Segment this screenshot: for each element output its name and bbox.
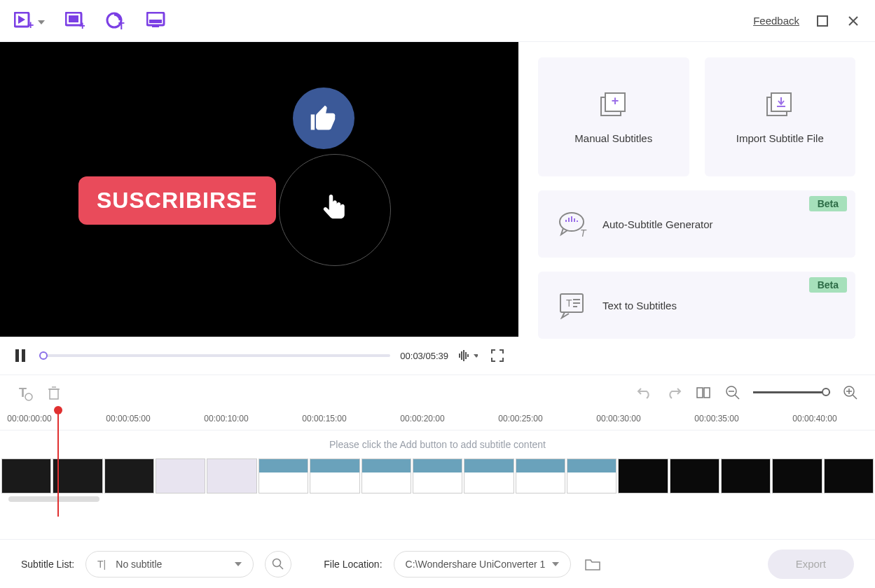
- thumb: [772, 458, 822, 493]
- close-button[interactable]: [846, 13, 861, 29]
- thumb: [207, 458, 256, 493]
- tick: 00:00:00:00: [7, 414, 51, 424]
- auto-subtitle-card[interactable]: Beta T Auto-Subtitle Generator: [538, 190, 855, 258]
- manual-subtitles-icon: +: [599, 90, 628, 120]
- import-subtitle-icon: [765, 90, 794, 120]
- svg-rect-32: [704, 388, 710, 398]
- manual-subtitles-card[interactable]: + Manual Subtitles: [538, 57, 689, 176]
- beta-badge-2: Beta: [809, 277, 847, 293]
- timeline-scrollbar[interactable]: [0, 493, 875, 507]
- svg-rect-12: [22, 349, 25, 362]
- manual-subtitles-label: Manual Subtitles: [574, 132, 652, 144]
- svg-text:+: +: [611, 94, 619, 108]
- text-style-button[interactable]: T: [15, 384, 34, 402]
- auto-subtitle-label: Auto-Subtitle Generator: [602, 218, 713, 230]
- subscribe-overlay: SUSCRIBIRSE: [78, 176, 276, 225]
- seek-thumb[interactable]: [39, 351, 48, 360]
- svg-line-42: [280, 566, 283, 569]
- export-button[interactable]: Export: [768, 550, 854, 579]
- add-media-button[interactable]: +: [14, 10, 35, 31]
- svg-text:T|: T|: [97, 559, 106, 570]
- video-track[interactable]: [0, 458, 875, 493]
- playhead[interactable]: [57, 412, 59, 517]
- timeline-ruler[interactable]: 00:00:00:00 00:00:05:00 00:00:10:00 00:0…: [0, 410, 875, 430]
- undo-button[interactable]: [635, 384, 654, 402]
- thumb: [310, 458, 359, 493]
- split-button[interactable]: [694, 384, 712, 402]
- file-location-select[interactable]: C:\Wondershare UniConverter 1: [394, 551, 572, 578]
- svg-point-41: [273, 559, 281, 566]
- zoom-out-button[interactable]: [724, 384, 742, 402]
- seek-track[interactable]: [39, 354, 390, 357]
- auto-subtitle-icon: T: [558, 209, 587, 239]
- svg-text:+: +: [27, 19, 34, 30]
- import-subtitle-card[interactable]: Import Subtitle File: [705, 57, 856, 176]
- add-clip-button[interactable]: +: [64, 10, 85, 31]
- import-subtitle-label: Import Subtitle File: [736, 132, 824, 144]
- preview-panel: SUSCRIBIRSE 00:03/05:39: [0, 42, 518, 374]
- thumb: [104, 458, 154, 493]
- fullscreen-button[interactable]: [488, 346, 507, 365]
- zoom-slider[interactable]: [753, 391, 830, 393]
- maximize-button[interactable]: [815, 13, 830, 29]
- top-toolbar: + + T Feedback: [0, 0, 875, 42]
- search-button[interactable]: [265, 551, 291, 578]
- text-to-subtitles-icon: T: [558, 290, 587, 320]
- folder-icon: [584, 557, 601, 571]
- svg-text:T: T: [580, 227, 587, 238]
- thumb: [824, 458, 874, 493]
- svg-line-35: [735, 395, 739, 399]
- toolbar-left-group: + + T: [14, 10, 167, 31]
- thumb: [53, 458, 102, 493]
- text-to-subtitles-card[interactable]: Beta T Text to Subtitles: [538, 272, 855, 339]
- svg-rect-10: [818, 16, 827, 26]
- open-folder-button[interactable]: [582, 554, 603, 575]
- svg-line-39: [853, 395, 857, 399]
- top-cards-row: + Manual Subtitles Import Subtitle File: [538, 57, 855, 176]
- subtitle-list-label: Subtitle List:: [21, 559, 74, 570]
- file-location-value: C:\Wondershare UniConverter 1: [406, 559, 546, 570]
- subtitle-track-placeholder: Please click the Add button to add subti…: [0, 430, 875, 458]
- time-display: 00:03/05:39: [400, 351, 448, 361]
- subtitle-tool-button[interactable]: [146, 10, 167, 31]
- tick: 00:00:30:00: [596, 414, 640, 424]
- delete-button[interactable]: [45, 384, 63, 402]
- pause-button[interactable]: [11, 346, 29, 365]
- thumb: [464, 458, 514, 493]
- tick: 00:00:35:00: [694, 414, 738, 424]
- thumb: [259, 458, 308, 493]
- svg-rect-7: [147, 13, 164, 25]
- video-preview[interactable]: SUSCRIBIRSE: [0, 42, 518, 337]
- zoom-thumb[interactable]: [822, 388, 830, 396]
- tick: 00:00:25:00: [498, 414, 542, 424]
- zoom-in-button[interactable]: [841, 384, 860, 402]
- chevron-down-icon: [552, 562, 559, 566]
- side-panel: + Manual Subtitles Import Subtitle File …: [518, 42, 875, 374]
- cursor-overlay: [279, 154, 391, 266]
- svg-rect-11: [15, 349, 19, 362]
- svg-rect-31: [697, 388, 703, 398]
- thumb: [721, 458, 771, 493]
- text-icon: T|: [97, 559, 110, 570]
- text-to-subtitles-label: Text to Subtitles: [602, 300, 677, 312]
- timeline-toolbar: T: [0, 374, 875, 410]
- tick: 00:00:10:00: [204, 414, 248, 424]
- thumb: [1, 458, 51, 493]
- redo-button[interactable]: [665, 384, 683, 402]
- tick: 00:00:20:00: [400, 414, 444, 424]
- thumb: [413, 458, 462, 493]
- file-location-label: File Location:: [324, 559, 382, 570]
- main-area: SUSCRIBIRSE 00:03/05:39: [0, 42, 875, 374]
- subtitle-list-select[interactable]: T| No subtitle: [85, 551, 254, 578]
- beta-badge: Beta: [809, 196, 847, 211]
- playback-bar: 00:03/05:39: [0, 337, 518, 374]
- svg-text:T: T: [118, 20, 125, 30]
- thumb: [567, 458, 616, 493]
- subtitle-list-value: No subtitle: [116, 559, 162, 570]
- feedback-link[interactable]: Feedback: [753, 15, 799, 27]
- thumb: [516, 458, 565, 493]
- sync-button[interactable]: T: [105, 10, 126, 31]
- waveform-button[interactable]: [458, 346, 478, 365]
- svg-rect-8: [149, 20, 162, 23]
- thumb: [156, 458, 205, 493]
